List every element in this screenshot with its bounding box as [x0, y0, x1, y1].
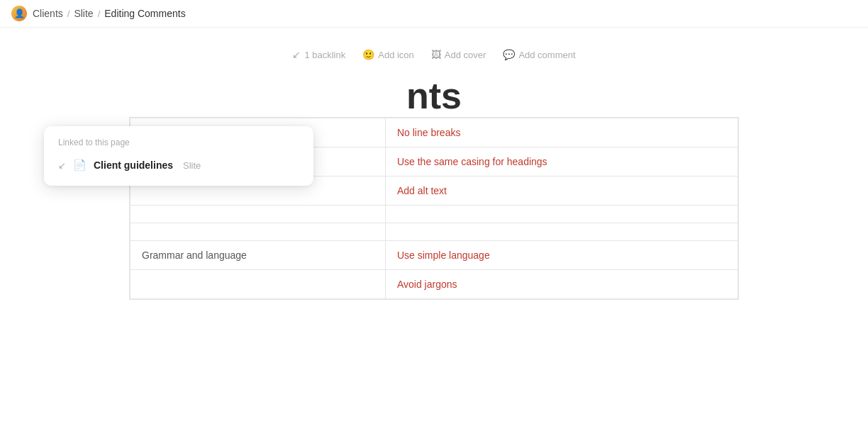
page-title: nts — [406, 74, 462, 117]
page-toolbar: ↙ 1 backlink 🙂 Add icon 🖼 Add cover 💬 Ad… — [292, 49, 575, 60]
table-row: Grammar and languageUse simple language — [130, 241, 738, 270]
breadcrumb-sep-1: / — [67, 9, 70, 19]
add-comment-label: Add comment — [518, 50, 575, 60]
table-row — [130, 223, 738, 241]
backlink-list-item[interactable]: ↙ 📄 Client guidelines Slite — [58, 156, 299, 174]
document-icon: 📄 — [73, 159, 87, 172]
backlink-item-source: Slite — [183, 160, 201, 171]
breadcrumb-clients[interactable]: Clients — [33, 8, 63, 19]
table-cell-right: Use simple language — [385, 241, 738, 270]
table-cell-left — [130, 223, 386, 241]
backlink-popup-title: Linked to this page — [58, 138, 299, 147]
page-title-area: nts — [0, 74, 868, 117]
add-icon-button[interactable]: 🙂 Add icon — [362, 49, 414, 60]
backlink-arrow-icon: ↙ — [58, 160, 66, 171]
table-cell-right: No line breaks — [385, 118, 738, 147]
emoji-icon: 🙂 — [362, 49, 374, 60]
comment-icon: 💬 — [503, 49, 515, 60]
table-cell-right: Add alt text — [385, 177, 738, 206]
table-cell-left — [130, 270, 386, 299]
backlink-item-title: Client guidelines — [94, 159, 173, 171]
table-cell-left — [130, 206, 386, 223]
breadcrumb-slite[interactable]: Slite — [74, 8, 93, 19]
backlink-button[interactable]: ↙ 1 backlink — [292, 49, 345, 60]
table-cell-right — [385, 206, 738, 223]
breadcrumb-sep-2: / — [98, 9, 101, 19]
table-row: Avoid jargons — [130, 270, 738, 299]
backlink-label: 1 backlink — [304, 50, 345, 60]
table-cell-left: Grammar and language — [130, 241, 386, 270]
table-cell-right — [385, 223, 738, 241]
breadcrumb-current: Editing Comments — [104, 8, 185, 19]
add-cover-button[interactable]: 🖼 Add cover — [431, 49, 486, 60]
add-cover-label: Add cover — [445, 50, 486, 60]
table-row — [130, 206, 738, 223]
table-cell-right: Use the same casing for headings — [385, 147, 738, 177]
add-comment-button[interactable]: 💬 Add comment — [503, 49, 575, 60]
table-cell-right: Avoid jargons — [385, 270, 738, 299]
breadcrumb: 👤 Clients / Slite / Editing Comments — [0, 0, 868, 28]
add-icon-label: Add icon — [378, 50, 414, 60]
backlink-popup: Linked to this page ↙ 📄 Client guideline… — [44, 126, 313, 186]
backlink-icon: ↙ — [292, 49, 301, 60]
avatar: 👤 — [11, 6, 27, 21]
image-icon: 🖼 — [431, 49, 441, 60]
